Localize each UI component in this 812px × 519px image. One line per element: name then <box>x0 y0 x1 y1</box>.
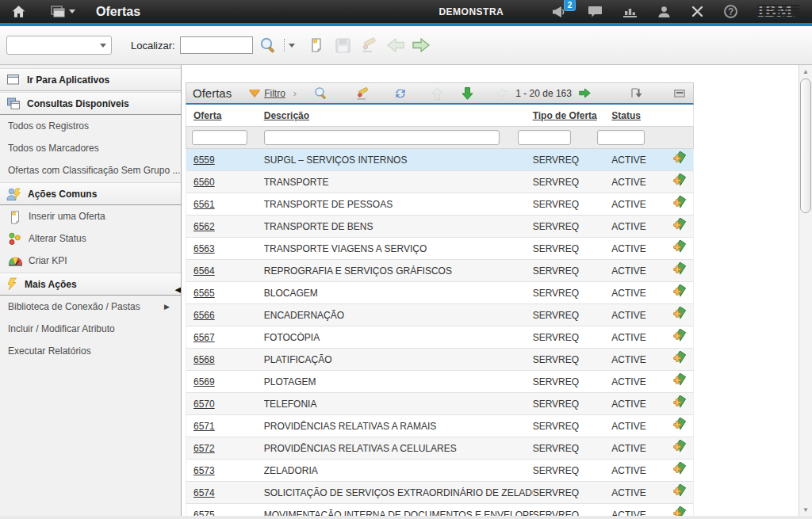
previous-page-icon[interactable] <box>496 87 509 99</box>
sidebar-common-actions-header[interactable]: Ações Comuns <box>0 182 181 205</box>
table-row[interactable]: 6563 TRANSPORTE VIAGENS A SERVIÇO SERVRE… <box>186 238 694 260</box>
search-icon[interactable] <box>259 36 278 55</box>
add-bookmark-icon[interactable] <box>672 174 693 191</box>
sidebar-go-to-applications[interactable]: Ir Para Aplicativos <box>0 68 181 91</box>
table-row[interactable]: 6559 SUPGL – SERVIÇOS INTERNOS SERVREQ A… <box>186 149 694 171</box>
add-bookmark-icon[interactable] <box>672 484 693 502</box>
help-icon[interactable]: ? <box>724 5 737 18</box>
add-bookmark-icon[interactable] <box>672 307 693 324</box>
table-row[interactable]: 6561 TRANSPORTE DE PESSOAS SERVREQ ACTIV… <box>186 193 694 216</box>
offer-id-link[interactable]: 6559 <box>193 155 215 166</box>
sidebar-item-executar-relatorios[interactable]: Executar Relatórios <box>0 340 181 362</box>
offer-id-link[interactable]: 6571 <box>193 421 215 432</box>
add-bookmark-icon[interactable] <box>672 329 693 346</box>
search-options-caret-icon[interactable] <box>289 44 295 48</box>
add-bookmark-icon[interactable] <box>672 351 693 368</box>
table-row[interactable]: 6574 SOLICITAÇÃO DE SERVIÇOS EXTRAORDINÁ… <box>186 482 694 504</box>
offer-id-link[interactable]: 6572 <box>193 443 215 454</box>
sidebar-queries-header[interactable]: Consultas Disponíveis <box>0 92 181 115</box>
column-header-status[interactable]: Status <box>611 110 672 121</box>
table-row[interactable]: 6571 PROVIDÊNCIAS RELATIVAS A RAMAIS SER… <box>186 415 694 437</box>
offer-id-link[interactable]: 6561 <box>193 199 215 210</box>
sidebar-item-todos-os-marcadores[interactable]: Todos os Marcadores <box>0 137 181 159</box>
new-record-icon[interactable] <box>308 36 327 55</box>
clear-filter-icon[interactable] <box>354 86 370 101</box>
offer-id-link[interactable]: 6570 <box>193 399 215 410</box>
add-bookmark-icon[interactable] <box>672 418 693 435</box>
save-icon[interactable] <box>334 36 352 55</box>
filter-input-status[interactable] <box>597 130 645 145</box>
table-row[interactable]: 6568 PLATIFICAÇÃO SERVREQ ACTIVE <box>186 349 694 371</box>
offer-id-link[interactable]: 6574 <box>193 487 215 498</box>
user-label[interactable]: DEMONSTRA <box>439 6 504 17</box>
offer-id-link[interactable]: 6569 <box>193 376 215 387</box>
table-row[interactable]: 6570 TELEFONIA SERVREQ ACTIVE <box>186 393 694 415</box>
sidebar-item-todos-os-registros[interactable]: Todos os Registros <box>0 115 181 137</box>
clear-changes-icon[interactable] <box>359 36 378 55</box>
add-bookmark-icon[interactable] <box>672 240 693 258</box>
add-bookmark-icon[interactable] <box>672 373 693 391</box>
table-row[interactable]: 6566 ENCADERNAÇÃO SERVREQ ACTIVE <box>186 304 694 326</box>
announcements-icon[interactable]: 2 <box>550 5 568 19</box>
logout-close-icon[interactable] <box>691 6 704 18</box>
add-bookmark-icon[interactable] <box>672 462 693 479</box>
column-header-oferta[interactable]: Oferta <box>186 110 264 121</box>
column-header-tipo[interactable]: Tipo de Oferta <box>533 110 612 121</box>
sidebar-more-actions-header[interactable]: Mais Ações <box>0 273 181 296</box>
add-bookmark-icon[interactable] <box>672 151 693 169</box>
next-record-icon[interactable] <box>412 36 431 54</box>
add-bookmark-icon[interactable] <box>672 262 693 280</box>
sidebar-collapse-handle[interactable]: ◀ <box>175 285 182 294</box>
table-row[interactable]: 6565 BLOCAGEM SERVREQ ACTIVE <box>186 282 694 304</box>
table-search-icon[interactable] <box>313 86 328 101</box>
sidebar-item-criar-kpi[interactable]: Criar KPI <box>0 250 181 272</box>
add-bookmark-icon[interactable] <box>672 506 693 517</box>
filter-input-tipo[interactable] <box>518 130 571 145</box>
table-row[interactable]: 6560 TRANSPORTE SERVREQ ACTIVE <box>186 171 694 193</box>
filter-input-oferta[interactable] <box>192 130 247 145</box>
filter-input-descricao[interactable] <box>264 130 500 145</box>
offer-id-link[interactable]: 6564 <box>193 265 215 277</box>
move-row-up-icon[interactable] <box>431 86 444 101</box>
table-row[interactable]: 6573 ZELADORIA SERVREQ ACTIVE <box>186 460 694 482</box>
localizar-input[interactable] <box>180 36 253 54</box>
scroll-down-icon[interactable]: ▼ <box>799 503 812 516</box>
filter-link[interactable]: Filtro <box>264 88 285 99</box>
offer-id-link[interactable]: 6562 <box>193 221 215 232</box>
table-row[interactable]: 6562 TRANSPORTE DE BENS SERVREQ ACTIVE <box>186 216 694 238</box>
download-icon[interactable] <box>630 87 643 99</box>
minimize-table-icon[interactable] <box>674 90 685 97</box>
offer-id-link[interactable]: 6567 <box>193 332 215 343</box>
scroll-up-icon[interactable]: ▲ <box>799 65 812 78</box>
add-bookmark-icon[interactable] <box>672 395 693 413</box>
add-bookmark-icon[interactable] <box>672 218 693 235</box>
refresh-icon[interactable] <box>393 86 408 101</box>
column-header-descricao[interactable]: Descrição <box>264 110 533 121</box>
table-row[interactable]: 6572 PROVIDÊNCIAS RELATIVAS A CELULARES … <box>186 437 694 460</box>
table-row[interactable]: 6564 REPROGRAFIA E SERVIÇOS GRÁFISCOS SE… <box>186 260 694 282</box>
sidebar-item-ofertas-classificacao[interactable]: Ofertas com Classificação Sem Grupo ... <box>0 159 181 181</box>
go-to-menu-button[interactable] <box>50 6 75 18</box>
add-bookmark-icon[interactable] <box>672 440 693 457</box>
offer-id-link[interactable]: 6568 <box>193 354 215 365</box>
move-row-down-icon[interactable] <box>461 86 474 101</box>
sidebar-item-incluir-modificar-atributo[interactable]: Incluir / Modificar Atributo <box>0 318 181 340</box>
scrollbar-thumb[interactable] <box>800 78 811 213</box>
table-row[interactable]: 6569 PLOTAGEM SERVREQ ACTIVE <box>186 371 694 393</box>
profile-icon[interactable] <box>657 6 671 18</box>
reports-chart-icon[interactable] <box>622 6 638 18</box>
previous-record-icon[interactable] <box>386 36 405 54</box>
offer-id-link[interactable]: 6575 <box>193 509 215 517</box>
sidebar-item-inserir-oferta[interactable]: Inserir uma Oferta <box>0 205 181 227</box>
sidebar-item-alterar-status[interactable]: Alterar Status <box>0 227 181 250</box>
add-bookmark-icon[interactable] <box>672 284 693 302</box>
feedback-bubble-icon[interactable] <box>588 5 603 18</box>
vertical-scrollbar[interactable]: ▲ ▼ <box>799 65 812 516</box>
offer-id-link[interactable]: 6563 <box>193 243 215 254</box>
sidebar-item-biblioteca-conexao[interactable]: Biblioteca de Conexão / Pastas ▶ <box>0 296 181 318</box>
offer-id-link[interactable]: 6573 <box>193 465 215 476</box>
query-select-dropdown[interactable] <box>6 36 112 55</box>
table-row[interactable]: 6575 MOVIMENTAÇÃO INTERNA DE DOCUMENTOS … <box>186 504 694 516</box>
table-row[interactable]: 6567 FOTOCÓPIA SERVREQ ACTIVE <box>186 326 694 349</box>
next-page-icon[interactable] <box>578 87 592 99</box>
